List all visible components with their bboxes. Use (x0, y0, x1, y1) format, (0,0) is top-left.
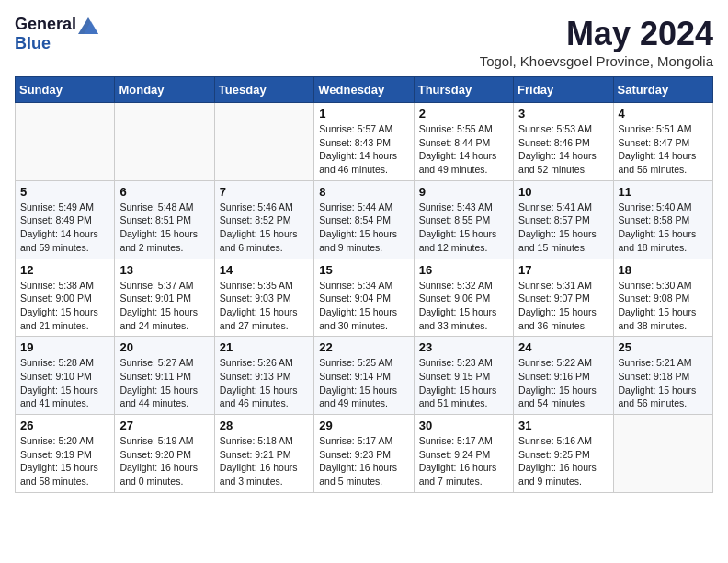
day-number: 8 (319, 185, 408, 199)
calendar-cell: 11Sunrise: 5:40 AMSunset: 8:58 PMDayligh… (613, 180, 712, 259)
calendar-week-row: 12Sunrise: 5:38 AMSunset: 9:00 PMDayligh… (16, 259, 713, 337)
calendar-cell: 10Sunrise: 5:41 AMSunset: 8:57 PMDayligh… (514, 180, 613, 259)
calendar-cell: 20Sunrise: 5:27 AMSunset: 9:11 PMDayligh… (115, 337, 214, 415)
day-info: Sunrise: 5:17 AMSunset: 9:24 PMDaylight:… (419, 434, 508, 488)
day-number: 31 (518, 419, 608, 432)
calendar-cell: 1Sunrise: 5:57 AMSunset: 8:43 PMDaylight… (314, 103, 414, 181)
day-info: Sunrise: 5:55 AMSunset: 8:44 PMDaylight:… (419, 122, 508, 177)
calendar-cell: 17Sunrise: 5:31 AMSunset: 9:07 PMDayligh… (514, 259, 613, 337)
day-number: 22 (319, 340, 408, 354)
day-number: 28 (220, 419, 309, 432)
day-info: Sunrise: 5:16 AMSunset: 9:25 PMDaylight:… (518, 434, 608, 488)
day-info: Sunrise: 5:38 AMSunset: 9:00 PMDaylight:… (20, 279, 109, 333)
day-info: Sunrise: 5:53 AMSunset: 8:46 PMDaylight:… (518, 122, 608, 177)
calendar-cell: 6Sunrise: 5:48 AMSunset: 8:51 PMDaylight… (115, 180, 214, 259)
day-number: 23 (419, 340, 508, 354)
day-info: Sunrise: 5:18 AMSunset: 9:21 PMDaylight:… (220, 434, 309, 488)
calendar-week-row: 5Sunrise: 5:49 AMSunset: 8:49 PMDaylight… (16, 180, 713, 259)
day-info: Sunrise: 5:31 AMSunset: 9:07 PMDaylight:… (518, 279, 608, 333)
day-info: Sunrise: 5:49 AMSunset: 8:49 PMDaylight:… (20, 201, 109, 255)
day-number: 25 (619, 340, 708, 354)
day-info: Sunrise: 5:28 AMSunset: 9:10 PMDaylight:… (20, 356, 109, 410)
location-subtitle: Togol, Khoevsgoel Province, Mongolia (480, 53, 713, 69)
calendar-cell: 25Sunrise: 5:21 AMSunset: 9:18 PMDayligh… (613, 337, 712, 415)
day-number: 26 (20, 419, 109, 432)
calendar-cell: 24Sunrise: 5:22 AMSunset: 9:16 PMDayligh… (514, 337, 613, 415)
day-info: Sunrise: 5:17 AMSunset: 9:23 PMDaylight:… (319, 434, 408, 488)
day-number: 10 (518, 185, 608, 199)
calendar-week-row: 1Sunrise: 5:57 AMSunset: 8:43 PMDaylight… (16, 103, 713, 181)
day-number: 24 (518, 340, 608, 354)
day-info: Sunrise: 5:48 AMSunset: 8:51 PMDaylight:… (119, 201, 209, 255)
day-number: 17 (518, 263, 608, 277)
calendar-cell: 23Sunrise: 5:23 AMSunset: 9:15 PMDayligh… (414, 337, 513, 415)
calendar-cell: 21Sunrise: 5:26 AMSunset: 9:13 PMDayligh… (214, 337, 313, 415)
calendar-cell: 27Sunrise: 5:19 AMSunset: 9:20 PMDayligh… (115, 415, 214, 493)
calendar-cell: 30Sunrise: 5:17 AMSunset: 9:24 PMDayligh… (414, 415, 513, 493)
day-number: 5 (20, 185, 109, 199)
day-info: Sunrise: 5:26 AMSunset: 9:13 PMDaylight:… (220, 356, 309, 410)
day-info: Sunrise: 5:25 AMSunset: 9:14 PMDaylight:… (319, 356, 408, 410)
day-number: 16 (419, 263, 508, 277)
weekday-header: Friday (514, 77, 613, 103)
calendar-cell (16, 103, 115, 181)
calendar-cell (214, 103, 313, 181)
calendar-cell (115, 103, 214, 181)
calendar-week-row: 19Sunrise: 5:28 AMSunset: 9:10 PMDayligh… (16, 337, 713, 415)
day-number: 18 (619, 263, 708, 277)
day-number: 11 (619, 185, 708, 199)
day-number: 9 (419, 185, 508, 199)
day-info: Sunrise: 5:43 AMSunset: 8:55 PMDaylight:… (419, 201, 508, 255)
weekday-header: Saturday (613, 77, 712, 103)
calendar-cell: 19Sunrise: 5:28 AMSunset: 9:10 PMDayligh… (16, 337, 115, 415)
logo-general-text: General (15, 15, 76, 34)
day-number: 7 (220, 185, 309, 199)
day-info: Sunrise: 5:34 AMSunset: 9:04 PMDaylight:… (319, 279, 408, 333)
logo: General Blue (15, 15, 98, 53)
day-number: 27 (119, 419, 209, 432)
day-number: 13 (119, 263, 209, 277)
calendar-cell: 12Sunrise: 5:38 AMSunset: 9:00 PMDayligh… (16, 259, 115, 337)
day-number: 15 (319, 263, 408, 277)
month-title: May 2024 (480, 15, 713, 53)
calendar-cell: 16Sunrise: 5:32 AMSunset: 9:06 PMDayligh… (414, 259, 513, 337)
day-info: Sunrise: 5:35 AMSunset: 9:03 PMDaylight:… (220, 279, 309, 333)
calendar-cell: 28Sunrise: 5:18 AMSunset: 9:21 PMDayligh… (214, 415, 313, 493)
calendar-cell: 15Sunrise: 5:34 AMSunset: 9:04 PMDayligh… (314, 259, 414, 337)
calendar-cell: 26Sunrise: 5:20 AMSunset: 9:19 PMDayligh… (16, 415, 115, 493)
day-info: Sunrise: 5:20 AMSunset: 9:19 PMDaylight:… (20, 434, 109, 488)
logo-icon (78, 17, 98, 34)
day-info: Sunrise: 5:41 AMSunset: 8:57 PMDaylight:… (518, 201, 608, 255)
weekday-header: Wednesday (314, 77, 414, 103)
calendar-cell: 13Sunrise: 5:37 AMSunset: 9:01 PMDayligh… (115, 259, 214, 337)
day-info: Sunrise: 5:23 AMSunset: 9:15 PMDaylight:… (419, 356, 508, 410)
day-number: 30 (419, 419, 508, 432)
day-info: Sunrise: 5:22 AMSunset: 9:16 PMDaylight:… (518, 356, 608, 410)
calendar-cell: 8Sunrise: 5:44 AMSunset: 8:54 PMDaylight… (314, 180, 414, 259)
day-info: Sunrise: 5:30 AMSunset: 9:08 PMDaylight:… (619, 279, 708, 333)
day-info: Sunrise: 5:57 AMSunset: 8:43 PMDaylight:… (319, 122, 408, 177)
day-info: Sunrise: 5:37 AMSunset: 9:01 PMDaylight:… (119, 279, 209, 333)
day-number: 2 (419, 107, 508, 121)
day-info: Sunrise: 5:46 AMSunset: 8:52 PMDaylight:… (220, 201, 309, 255)
day-info: Sunrise: 5:21 AMSunset: 9:18 PMDaylight:… (619, 356, 708, 410)
day-info: Sunrise: 5:32 AMSunset: 9:06 PMDaylight:… (419, 279, 508, 333)
calendar-cell (613, 415, 712, 493)
day-number: 19 (20, 340, 109, 354)
weekday-header: Tuesday (214, 77, 313, 103)
calendar-cell: 31Sunrise: 5:16 AMSunset: 9:25 PMDayligh… (514, 415, 613, 493)
day-info: Sunrise: 5:40 AMSunset: 8:58 PMDaylight:… (619, 201, 708, 255)
calendar-cell: 7Sunrise: 5:46 AMSunset: 8:52 PMDaylight… (214, 180, 313, 259)
day-info: Sunrise: 5:51 AMSunset: 8:47 PMDaylight:… (619, 122, 708, 177)
calendar-header-row: SundayMondayTuesdayWednesdayThursdayFrid… (16, 77, 713, 103)
calendar-table: SundayMondayTuesdayWednesdayThursdayFrid… (15, 76, 713, 493)
day-number: 3 (518, 107, 608, 121)
weekday-header: Sunday (16, 77, 115, 103)
calendar-cell: 2Sunrise: 5:55 AMSunset: 8:44 PMDaylight… (414, 103, 513, 181)
day-number: 14 (220, 263, 309, 277)
day-number: 1 (319, 107, 408, 121)
calendar-cell: 22Sunrise: 5:25 AMSunset: 9:14 PMDayligh… (314, 337, 414, 415)
calendar-cell: 3Sunrise: 5:53 AMSunset: 8:46 PMDaylight… (514, 103, 613, 181)
day-info: Sunrise: 5:44 AMSunset: 8:54 PMDaylight:… (319, 201, 408, 255)
title-block: May 2024 Togol, Khoevsgoel Province, Mon… (480, 15, 713, 69)
